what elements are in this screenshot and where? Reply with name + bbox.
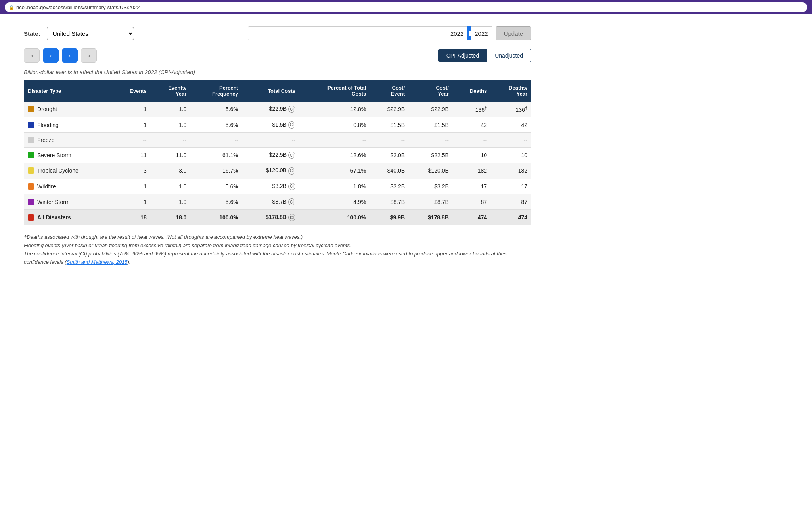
disaster-color-indicator: [28, 152, 34, 158]
unadjusted-button[interactable]: Unadjusted: [487, 49, 531, 62]
dagger-icon: †: [485, 106, 487, 110]
cell-events: 1: [113, 117, 151, 132]
cell-pct-total-costs: 100.0%: [299, 210, 370, 225]
cell-disaster-type: Winter Storm: [24, 194, 113, 209]
cell-pct-freq: 100.0%: [190, 210, 242, 225]
disaster-color-indicator: [28, 214, 34, 221]
table-header-row: Disaster Type Events Events/Year Percent…: [24, 80, 531, 102]
disaster-color-indicator: [28, 106, 34, 112]
cell-disaster-type: All Disasters: [24, 210, 113, 225]
cell-events: 18: [113, 210, 151, 225]
cell-events-year: 3.0: [151, 163, 191, 179]
col-disaster-type: Disaster Type: [24, 80, 113, 102]
cell-disaster-type: Wildfire: [24, 179, 113, 194]
cell-cost-event: --: [370, 132, 409, 147]
cell-events: 11: [113, 147, 151, 163]
col-deaths: Deaths: [453, 80, 491, 102]
cell-pct-freq: 5.6%: [190, 102, 242, 117]
next-nav-button[interactable]: ›: [62, 48, 78, 63]
cpi-toggle: CPI-Adjusted Unadjusted: [438, 49, 531, 62]
state-label: State:: [24, 30, 40, 37]
cell-pct-total-costs: 12.8%: [299, 102, 370, 117]
table-row: Severe Storm 1111.061.1%$22.5BCI12.6%$2.…: [24, 147, 531, 163]
cell-events-year: 11.0: [151, 147, 191, 163]
col-events: Events: [113, 80, 151, 102]
col-pct-freq: PercentFrequency: [190, 80, 242, 102]
nav-row: « ‹ › » CPI-Adjusted Unadjusted: [24, 48, 531, 63]
disaster-type-name: Drought: [37, 106, 57, 112]
cell-total-costs: $8.7BCI: [242, 194, 299, 209]
cell-total-costs: $1.5BCI: [242, 117, 299, 132]
prev-nav-button[interactable]: ‹: [43, 48, 59, 63]
table-subtitle: Billion-dollar events to affect the Unit…: [24, 69, 531, 75]
cell-events-year: 1.0: [151, 179, 191, 194]
cell-events: 3: [113, 163, 151, 179]
cell-deaths: 182: [453, 163, 491, 179]
year-range-slider[interactable]: [248, 26, 446, 40]
disaster-color-indicator: [28, 183, 34, 190]
cell-pct-total-costs: 67.1%: [299, 163, 370, 179]
cell-events: --: [113, 132, 151, 147]
cell-cost-year: $3.2B: [409, 179, 453, 194]
cell-pct-total-costs: 1.8%: [299, 179, 370, 194]
cell-deaths: --: [453, 132, 491, 147]
ci-badge[interactable]: CI: [288, 198, 295, 205]
table-row: Wildfire 11.05.6%$3.2BCI1.8%$3.2B$3.2B17…: [24, 179, 531, 194]
cell-cost-year: $22.9B: [409, 102, 453, 117]
first-nav-button[interactable]: «: [24, 48, 40, 63]
disaster-color-indicator: [28, 199, 34, 205]
footnote-3-link[interactable]: Smith and Matthews, 2015: [67, 259, 128, 265]
disaster-color-indicator: [28, 122, 34, 128]
ci-badge[interactable]: CI: [288, 106, 295, 113]
cell-total-costs: $22.9BCI: [242, 102, 299, 117]
cell-disaster-type: Drought: [24, 102, 113, 117]
cell-total-costs: $178.8BCI: [242, 210, 299, 225]
cell-cost-event: $1.5B: [370, 117, 409, 132]
state-select[interactable]: United States Alabama Alaska: [47, 27, 134, 40]
disaster-type-name: Wildfire: [37, 183, 56, 190]
cell-disaster-type: Flooding: [24, 117, 113, 132]
cell-deaths-year: 17: [491, 179, 531, 194]
update-button[interactable]: Update: [496, 26, 531, 40]
cell-cost-event: $2.0B: [370, 147, 409, 163]
cell-pct-total-costs: 12.6%: [299, 147, 370, 163]
cell-deaths: 136†: [453, 102, 491, 117]
table-row: Flooding 11.05.6%$1.5BCI0.8%$1.5B$1.5B42…: [24, 117, 531, 132]
cell-events-year: 1.0: [151, 117, 191, 132]
cell-total-costs: $22.5BCI: [242, 147, 299, 163]
ci-badge[interactable]: CI: [288, 214, 295, 221]
cell-events-year: --: [151, 132, 191, 147]
cpi-adjusted-button[interactable]: CPI-Adjusted: [439, 49, 487, 62]
year-range-container: 2022 ▐ 2022 Update: [248, 26, 531, 40]
disaster-type-name: Flooding: [37, 122, 59, 128]
cell-deaths-year: 87: [491, 194, 531, 209]
last-nav-button[interactable]: »: [81, 48, 97, 63]
cell-pct-total-costs: 4.9%: [299, 194, 370, 209]
address-bar: 🔒 ncei.noaa.gov/access/billions/summary-…: [5, 2, 807, 12]
cell-deaths: 474: [453, 210, 491, 225]
cell-deaths: 87: [453, 194, 491, 209]
cell-pct-freq: 16.7%: [190, 163, 242, 179]
cell-events-year: 1.0: [151, 194, 191, 209]
browser-chrome: 🔒 ncei.noaa.gov/access/billions/summary-…: [0, 0, 812, 14]
col-events-year: Events/Year: [151, 80, 191, 102]
cell-cost-event: $40.0B: [370, 163, 409, 179]
disaster-type-name: Winter Storm: [37, 199, 70, 205]
ci-badge[interactable]: CI: [288, 167, 295, 175]
cell-cost-year: $1.5B: [409, 117, 453, 132]
year-display: 2022 ▐ 2022: [446, 26, 492, 40]
table-row: Winter Storm 11.05.6%$8.7BCI4.9%$8.7B$8.…: [24, 194, 531, 209]
footnote-1: †Deaths associated with drought are the …: [24, 233, 531, 242]
cell-cost-year: $22.5B: [409, 147, 453, 163]
cell-cost-event: $8.7B: [370, 194, 409, 209]
cell-total-costs: $3.2BCI: [242, 179, 299, 194]
disaster-color-indicator: [28, 167, 34, 174]
cell-cost-year: $120.0B: [409, 163, 453, 179]
ci-badge[interactable]: CI: [288, 152, 295, 159]
ci-badge[interactable]: CI: [288, 183, 295, 190]
cell-deaths: 10: [453, 147, 491, 163]
cell-cost-year: --: [409, 132, 453, 147]
cell-deaths-year: 136†: [491, 102, 531, 117]
ci-badge[interactable]: CI: [288, 121, 295, 129]
disaster-type-name: Tropical Cyclone: [37, 167, 79, 174]
